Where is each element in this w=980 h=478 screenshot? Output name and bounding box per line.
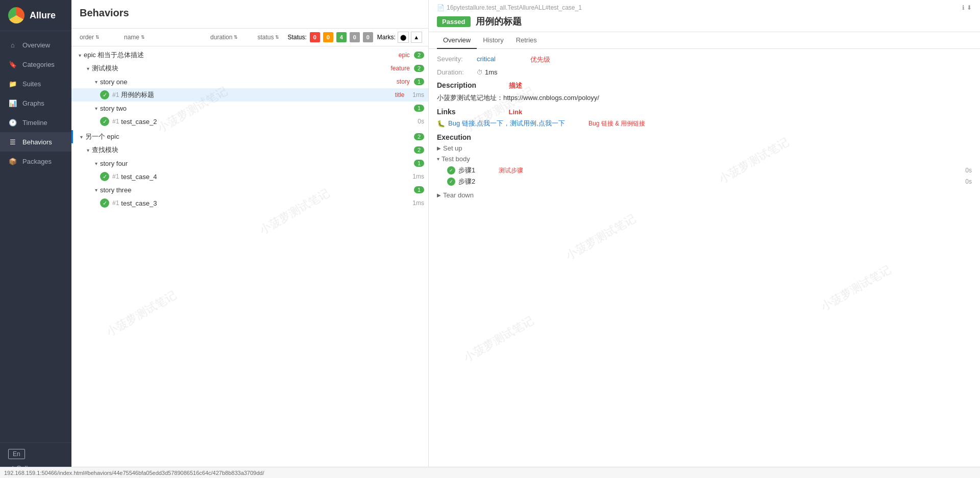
setup-label: Set up xyxy=(443,144,462,152)
step-time: 0s xyxy=(965,178,972,185)
detail-path-text: 16pytestallure.test_all.TestAllureALL#te… xyxy=(447,4,582,11)
chevron-down-icon: ▾ xyxy=(92,79,100,85)
sidebar-item-behaviors[interactable]: ☰ Behaviors xyxy=(0,132,71,152)
tab-history[interactable]: History xyxy=(477,32,509,49)
sort-icon: ⇅ xyxy=(95,35,100,40)
teardown-label: Tear down xyxy=(443,191,474,199)
duration-text: 1ms xyxy=(485,68,498,76)
test-body-toggle[interactable]: ▾ Test body xyxy=(437,155,972,163)
col-name[interactable]: name ⇅ xyxy=(124,34,145,41)
app-title: Allure xyxy=(30,10,56,21)
tree-item-label: 查找模块 xyxy=(92,145,414,155)
chevron-down-icon: ▾ xyxy=(437,156,439,162)
passed-badge: Passed xyxy=(437,16,471,27)
tree-row[interactable]: #1 test_case_4 1ms xyxy=(71,170,428,183)
col-name-label: name xyxy=(124,34,139,41)
severity-row: Severity: critical 优先级 xyxy=(437,55,972,64)
sidebar-item-label: Overview xyxy=(22,41,50,49)
tree-row[interactable]: ▾ story two 1 xyxy=(71,102,428,115)
tree-row[interactable]: #1 用例的标题 title 1ms xyxy=(71,88,428,102)
passed-count[interactable]: 4 xyxy=(336,32,347,42)
tree-row[interactable]: ▾ 另一个 epic 2 xyxy=(71,130,428,143)
test-num: #1 xyxy=(112,173,119,180)
right-panel: 📄 16pytestallure.test_all.TestAllureALL#… xyxy=(429,0,980,478)
sidebar-item-graphs[interactable]: 📊 Graphs xyxy=(0,93,71,113)
detail-tabs: Overview History Retries xyxy=(429,32,980,49)
sidebar-item-label: Behaviors xyxy=(22,138,52,146)
sidebar-item-packages[interactable]: 📦 Packages xyxy=(0,152,71,171)
tree-count: 1 xyxy=(414,105,424,112)
sidebar-item-suites[interactable]: 📁 Suites xyxy=(0,74,71,93)
col-status[interactable]: status ⇅ xyxy=(257,34,279,41)
teardown-toggle[interactable]: ▶ Tear down xyxy=(437,190,972,200)
test-num: #1 xyxy=(112,199,119,207)
tree-count: 2 xyxy=(414,52,424,59)
marks-label: Marks: xyxy=(377,34,396,41)
detail-title-row: Passed 用例的标题 xyxy=(437,15,972,28)
mark-triangle-btn[interactable]: ▲ xyxy=(411,32,422,43)
link-item[interactable]: 🐛 Bug 链接,点我一下，测试用例,点我一下 Bug 链接 & 用例链接 xyxy=(437,119,972,128)
main-wrapper: Behaviors order ⇅ name ⇅ duration ⇅ stat… xyxy=(71,0,980,478)
sidebar-item-overview[interactable]: ⌂ Overview xyxy=(0,35,71,55)
language-button[interactable]: En xyxy=(8,449,25,459)
passed-icon xyxy=(100,117,109,126)
tree-row[interactable]: ▾ 测试模块 feature 2 xyxy=(71,62,428,75)
tree-item-label: 用例的标题 xyxy=(121,90,395,99)
sidebar-item-label: Timeline xyxy=(22,119,47,127)
clock-icon: 🕐 xyxy=(8,118,17,127)
sidebar-item-timeline[interactable]: 🕐 Timeline xyxy=(0,113,71,132)
tree-row[interactable]: #1 test_case_2 0s xyxy=(71,115,428,128)
left-panel: Behaviors order ⇅ name ⇅ duration ⇅ stat… xyxy=(71,0,429,478)
tree-row[interactable]: ▾ epic 相当于总体描述 epic 2 xyxy=(71,48,428,62)
duration-label: Duration: xyxy=(437,68,473,76)
step-label: 步骤1 xyxy=(458,166,475,175)
chevron-down-icon: ▾ xyxy=(84,147,92,153)
tree-item-label: epic 相当于总体描述 xyxy=(84,51,399,60)
col-duration-label: duration xyxy=(210,34,232,41)
col-order[interactable]: order ⇅ xyxy=(80,34,100,41)
detail-title: 用例的标题 xyxy=(476,15,522,28)
step-left: 步骤2 xyxy=(447,177,475,186)
broken-count[interactable]: 0 xyxy=(323,32,333,42)
tree-item-label: story three xyxy=(100,186,414,194)
bar-chart-icon: 📊 xyxy=(8,98,17,108)
sort-icon: ⇅ xyxy=(275,35,279,40)
col-duration[interactable]: duration ⇅ xyxy=(210,34,238,41)
mark-circle-btn[interactable]: ⬤ xyxy=(398,32,409,43)
status-group: Status: 0 0 4 0 0 xyxy=(287,32,373,42)
test-body-group: ▾ Test body 步骤1 测试步骤 0s xyxy=(437,155,972,187)
step-annotation: 测试步骤 xyxy=(499,166,523,175)
skipped-count[interactable]: 0 xyxy=(350,32,360,42)
step-time: 0s xyxy=(965,167,972,174)
chevron-down-icon: ▾ xyxy=(84,66,92,71)
info-icon[interactable]: ℹ xyxy=(962,4,965,11)
setup-toggle[interactable]: ▶ Set up xyxy=(437,144,972,152)
unknown-count[interactable]: 0 xyxy=(363,32,373,42)
status-bar: 192.168.159.1:50466/index.html#behaviors… xyxy=(0,467,980,478)
failed-count[interactable]: 0 xyxy=(310,32,320,42)
tree-row[interactable]: ▾ story three 1 xyxy=(71,183,428,196)
tree-row[interactable]: ▾ story one story 1 xyxy=(71,75,428,88)
bookmark-icon: 🔖 xyxy=(8,60,17,69)
tree-count: 2 xyxy=(414,65,424,72)
sidebar-item-label: Categories xyxy=(22,61,55,68)
download-icon[interactable]: ⬇ xyxy=(967,4,972,11)
tree-count: 1 xyxy=(414,160,424,167)
tree-row[interactable]: ▾ story four 1 xyxy=(71,157,428,170)
step-passed-icon xyxy=(447,166,455,174)
link-annotation: Link xyxy=(508,108,522,116)
links-section: 🐛 Bug 链接,点我一下，测试用例,点我一下 Bug 链接 & 用例链接 xyxy=(437,119,972,128)
tab-retries[interactable]: Retries xyxy=(510,32,543,49)
page-title: Behaviors xyxy=(80,7,420,19)
tree-row[interactable]: ▾ 查找模块 2 xyxy=(71,143,428,157)
sort-icon: ⇅ xyxy=(234,35,238,40)
sidebar-item-categories[interactable]: 🔖 Categories xyxy=(0,55,71,74)
step-row: 步骤2 0s xyxy=(437,176,972,187)
tab-overview[interactable]: Overview xyxy=(437,32,477,49)
sidebar-item-label: Packages xyxy=(22,158,52,165)
clock-icon: ⏱ xyxy=(477,69,483,76)
tree-row[interactable]: #1 test_case_3 1ms xyxy=(71,196,428,210)
tree-time: 1ms xyxy=(412,199,424,207)
tree-item-label: test_case_4 xyxy=(121,173,408,181)
detail-body: Severity: critical 优先级 Duration: ⏱ 1ms D… xyxy=(429,49,980,478)
